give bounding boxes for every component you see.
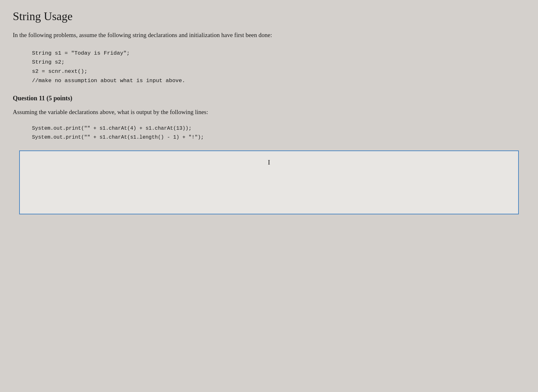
question-code-line-1: System.out.print("" + s1.charAt(4) + s1.…	[32, 124, 525, 133]
code-line-3: s2 = scnr.next();	[32, 67, 525, 76]
question-text: Assuming the variable declarations above…	[13, 108, 508, 117]
code-line-2: String s2;	[32, 58, 525, 67]
question-code-line-2: System.out.print("" + s1.charAt(s1.lengt…	[32, 133, 525, 142]
page-title: String Usage	[13, 10, 525, 23]
answer-box[interactable]: I	[19, 150, 519, 214]
question-points-value: (5 points)	[47, 95, 73, 102]
question-header: Question 11 (5 points)	[13, 95, 525, 102]
setup-code-block: String s1 = "Today is Friday"; String s2…	[13, 49, 525, 86]
question-code-block: System.out.print("" + s1.charAt(4) + s1.…	[13, 124, 525, 142]
code-line-1: String s1 = "Today is Friday";	[32, 49, 525, 58]
question-number: Question 11	[13, 95, 45, 102]
code-line-4: //make no assumption about what is input…	[32, 76, 525, 86]
intro-paragraph: In the following problems, assume the fo…	[13, 31, 508, 40]
text-cursor: I	[268, 159, 270, 166]
